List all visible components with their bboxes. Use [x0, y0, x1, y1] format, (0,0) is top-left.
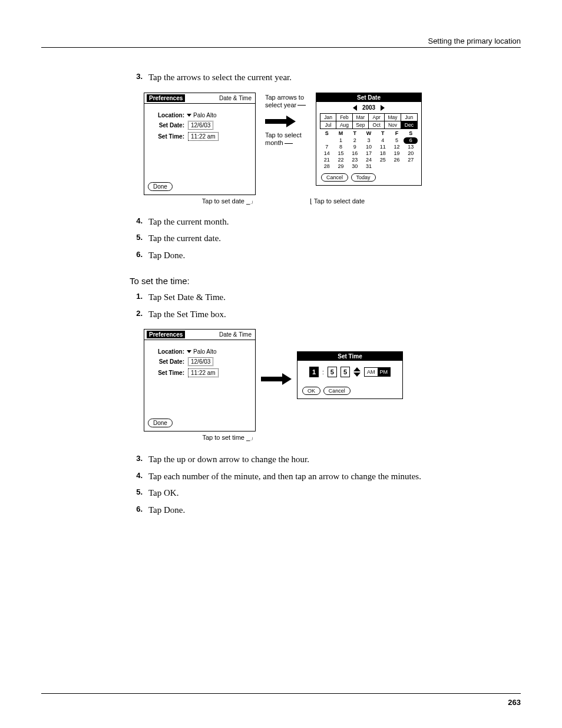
day-cell [390, 163, 404, 170]
setdate-box[interactable]: 12/6/03 [188, 121, 213, 130]
step: 6.Tap Done. [130, 503, 521, 517]
day-cell[interactable]: 10 [362, 144, 376, 150]
minute-ones[interactable]: 5 [340, 367, 350, 377]
month-cell[interactable]: Dec [401, 121, 417, 129]
down-arrow-icon[interactable] [353, 373, 361, 377]
cancel-button[interactable]: Cancel [321, 173, 348, 182]
day-cell[interactable]: 18 [376, 150, 390, 157]
month-cell[interactable]: Feb [336, 114, 352, 121]
settime-label: Set Time: [149, 133, 184, 140]
month-cell[interactable]: Jun [401, 114, 417, 121]
callout-year: Tap arrows to select year [265, 94, 312, 109]
step-text: Tap the up or down arrow to change the h… [148, 453, 309, 466]
month-cell[interactable]: Nov [385, 121, 401, 129]
ok-button[interactable]: OK [302, 387, 320, 395]
prefs-title: Preferences [147, 94, 185, 102]
location-value[interactable]: Palo Alto [193, 348, 216, 355]
location-value[interactable]: Palo Alto [193, 112, 216, 118]
step-text: Tap the current month. [148, 215, 229, 229]
month-cell[interactable]: Apr [369, 114, 385, 121]
step: 6.Tap Done. [130, 249, 521, 262]
step-text: Tap the arrows to select the current yea… [148, 71, 292, 84]
setdate-box[interactable]: 12/6/03 [188, 357, 213, 366]
today-button[interactable]: Today [351, 173, 376, 182]
prefs-category[interactable]: Date & Time [218, 331, 253, 338]
done-button[interactable]: Done [148, 419, 173, 427]
day-cell[interactable]: 13 [404, 144, 418, 150]
day-cell[interactable]: 8 [334, 144, 348, 150]
day-cell[interactable]: 25 [376, 157, 390, 163]
cancel-button[interactable]: Cancel [323, 387, 351, 395]
day-cell[interactable]: 2 [348, 137, 362, 144]
day-cell[interactable]: 12 [390, 144, 404, 150]
day-cell[interactable]: 31 [362, 163, 376, 170]
pm-option[interactable]: PM [378, 368, 391, 376]
header-section: Setting the primary location [428, 37, 521, 45]
settime-box[interactable]: 11:22 am [188, 132, 219, 141]
day-cell[interactable]: 1 [334, 137, 348, 144]
day-cell[interactable]: 11 [376, 144, 390, 150]
minute-tens[interactable]: 5 [328, 367, 337, 377]
dow-label: S [320, 130, 334, 136]
dropdown-icon[interactable] [187, 114, 191, 117]
day-cell[interactable]: 21 [320, 157, 334, 163]
leader-line: ⎯⌋ [246, 198, 254, 205]
day-cell[interactable]: 16 [348, 150, 362, 157]
day-cell[interactable]: 22 [334, 157, 348, 163]
day-cell[interactable]: 27 [404, 157, 418, 163]
hour-digit[interactable]: 1 [309, 367, 319, 377]
header-rule [41, 47, 521, 48]
year-value: 2003 [362, 104, 375, 111]
day-cell[interactable]: 19 [390, 150, 404, 157]
setdate-title: Set Date [316, 93, 421, 102]
day-cell[interactable]: 23 [348, 157, 362, 163]
prefs-category[interactable]: Date & Time [218, 94, 253, 102]
ampm-toggle[interactable]: AM PM [364, 367, 391, 377]
month-cell[interactable]: Aug [336, 121, 352, 129]
day-cell[interactable]: 7 [320, 144, 334, 150]
page-number: 263 [508, 698, 521, 707]
day-cell[interactable]: 24 [362, 157, 376, 163]
caption-settime: Tap to set time [202, 434, 244, 441]
dow-label: F [390, 130, 404, 136]
step: 4.Tap each number of the minute, and the… [130, 470, 521, 483]
month-cell[interactable]: Jul [320, 121, 336, 129]
month-cell[interactable]: Jan [320, 114, 336, 121]
step-text: Tap Set Date & Time. [148, 291, 226, 304]
day-cell[interactable]: 14 [320, 150, 334, 157]
figure-setdate: Preferences Date & Time Location: Palo A… [144, 93, 521, 205]
dropdown-icon[interactable] [187, 350, 191, 353]
day-cell[interactable]: 20 [404, 150, 418, 157]
day-cell[interactable]: 4 [376, 137, 390, 144]
year-next-icon[interactable] [381, 105, 385, 111]
day-cell[interactable]: 29 [334, 163, 348, 170]
day-cell[interactable]: 15 [334, 150, 348, 157]
year-prev-icon[interactable] [353, 105, 357, 111]
am-option[interactable]: AM [365, 368, 378, 376]
up-arrow-icon[interactable] [353, 367, 361, 371]
step-num: 5. [130, 486, 143, 500]
day-cell [376, 163, 390, 170]
day-cell[interactable]: 30 [348, 163, 362, 170]
day-cell [320, 137, 334, 144]
day-cell[interactable]: 5 [390, 137, 404, 144]
day-cell[interactable]: 28 [320, 163, 334, 170]
step-text: Tap Done. [148, 249, 185, 262]
step-text: Tap each number of the minute, and then … [148, 470, 421, 483]
day-cell[interactable]: 9 [348, 144, 362, 150]
day-cell[interactable]: 17 [362, 150, 376, 157]
colon: : [322, 369, 324, 375]
month-cell[interactable]: Mar [353, 114, 369, 121]
arrow-icon [261, 375, 292, 383]
step-3: 3. Tap the arrows to select the current … [130, 71, 521, 84]
month-cell[interactable]: Sep [353, 121, 369, 129]
setdate-screen: Set Date 2003 JanFebMarAprMayJunJulAugSe… [316, 93, 422, 186]
day-cell[interactable]: 26 [390, 157, 404, 163]
month-cell[interactable]: May [385, 114, 401, 121]
location-label: Location: [149, 112, 184, 118]
day-cell[interactable]: 3 [362, 137, 376, 144]
month-cell[interactable]: Oct [369, 121, 385, 129]
day-cell[interactable]: 6 [404, 137, 418, 144]
settime-box[interactable]: 11:22 am [188, 368, 219, 377]
done-button[interactable]: Done [148, 182, 173, 191]
